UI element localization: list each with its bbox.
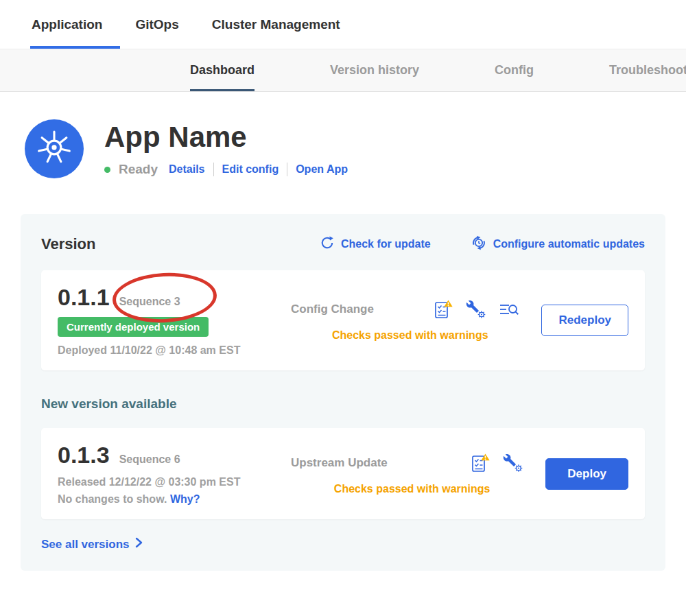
status-dot <box>104 167 110 173</box>
details-link[interactable]: Details <box>169 163 204 176</box>
redeploy-button[interactable]: Redeploy <box>541 305 628 336</box>
checks-status-new: Checks passed with warnings <box>291 483 533 495</box>
deploy-button[interactable]: Deploy <box>545 458 628 490</box>
released-date: Released 12/12/22 @ 03:30 pm EST <box>58 476 285 488</box>
current-version-number: 0.1.1 <box>58 284 110 311</box>
view-diff-icon[interactable] <box>499 300 519 318</box>
config-wrench-gear-icon[interactable] <box>503 453 523 473</box>
current-version-card: 0.1.1 Sequence 3 Currently deployed vers… <box>41 270 645 370</box>
configure-automatic-updates-label: Configure automatic updates <box>493 238 645 250</box>
no-changes-text: No changes to show. <box>58 493 167 505</box>
edit-config-link[interactable]: Edit config <box>222 163 279 176</box>
why-link[interactable]: Why? <box>170 493 200 505</box>
version-panel-header: Version Check for update <box>41 235 645 254</box>
tab-troubleshoot[interactable]: Troubleshoot <box>609 49 686 91</box>
currently-deployed-badge: Currently deployed version <box>58 317 209 337</box>
check-for-update-label: Check for update <box>341 238 431 250</box>
check-for-update-button[interactable]: Check for update <box>320 235 431 253</box>
divider <box>213 163 214 176</box>
new-version-number: 0.1.3 <box>58 442 110 469</box>
status-row: Ready Details Edit config Open App <box>104 162 348 177</box>
checks-status-current: Checks passed with warnings <box>291 329 529 342</box>
open-app-link[interactable]: Open App <box>296 163 348 176</box>
new-version-heading: New version available <box>41 396 645 412</box>
config-wrench-gear-icon[interactable] <box>466 300 486 319</box>
preflight-checks-icon[interactable] <box>470 453 490 473</box>
top-nav: Application GitOps Cluster Management <box>0 0 686 49</box>
page-title: App Name <box>104 121 348 154</box>
top-nav-application[interactable]: Application <box>32 0 102 49</box>
current-version-info: 0.1.1 Sequence 3 Currently deployed vers… <box>58 284 285 357</box>
version-panel: Version Check for update <box>21 214 665 571</box>
sub-nav: Dashboard Version history Config Trouble… <box>0 49 686 92</box>
version-title: Version <box>41 235 95 253</box>
app-header: App Name Ready Details Edit config Open … <box>0 92 686 178</box>
kubernetes-logo <box>25 119 84 178</box>
no-changes-line: No changes to show. Why? <box>58 493 285 506</box>
new-version-card: 0.1.3 Sequence 6 Released 12/12/22 @ 03:… <box>41 428 645 519</box>
new-version-source: Upstream Update <box>291 456 388 470</box>
new-version-info: 0.1.3 Sequence 6 Released 12/12/22 @ 03:… <box>58 442 285 506</box>
refresh-icon <box>320 235 335 253</box>
clock-refresh-icon <box>471 235 487 254</box>
divider <box>287 163 287 176</box>
tab-version-history[interactable]: Version history <box>330 49 419 91</box>
top-nav-cluster-management[interactable]: Cluster Management <box>212 0 340 49</box>
current-version-source: Config Change <box>291 303 374 316</box>
top-nav-gitops[interactable]: GitOps <box>135 0 178 49</box>
current-version-checks: Config Change <box>285 284 541 357</box>
tab-dashboard[interactable]: Dashboard <box>190 49 255 91</box>
helm-wheel-icon <box>36 129 73 169</box>
chevron-right-icon <box>135 537 143 552</box>
status-badge: Ready <box>119 162 158 177</box>
tab-config[interactable]: Config <box>495 49 534 91</box>
new-version-checks: Upstream Update <box>285 442 545 506</box>
see-all-versions-label: See all versions <box>41 538 130 552</box>
deployed-date: Deployed 11/10/22 @ 10:48 am EST <box>58 344 285 357</box>
preflight-checks-icon[interactable] <box>433 299 453 320</box>
configure-automatic-updates-button[interactable]: Configure automatic updates <box>471 235 645 254</box>
current-version-sequence: Sequence 3 <box>119 296 180 308</box>
see-all-versions-link[interactable]: See all versions <box>41 537 143 552</box>
new-version-sequence: Sequence 6 <box>119 453 180 466</box>
